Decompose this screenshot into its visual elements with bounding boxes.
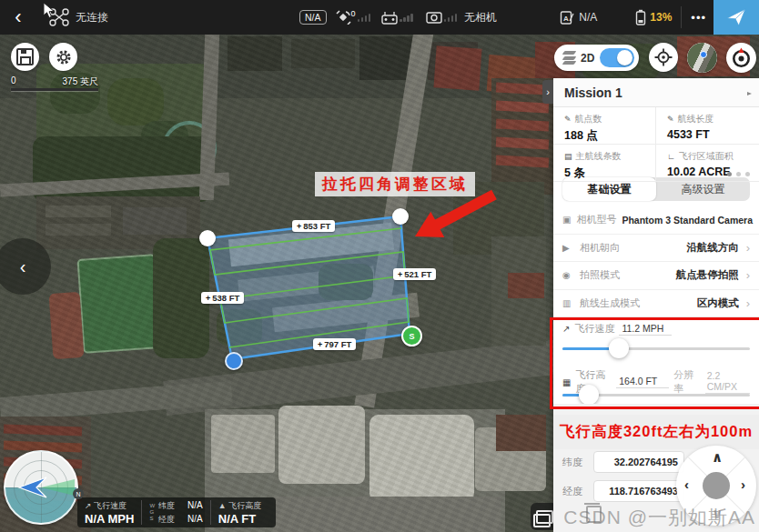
scale-end: 375 英尺	[63, 75, 98, 88]
speed-slider-thumb[interactable]	[609, 338, 629, 358]
paper-plane-icon	[726, 8, 746, 26]
chevron-right-icon: ›	[746, 241, 750, 255]
map-layer-preview-button[interactable]	[687, 43, 717, 73]
resolution-value: 2.2 CM/PX	[705, 370, 750, 394]
battery-icon	[635, 9, 646, 25]
watermark: CSDN @一别如斯AA	[563, 505, 755, 530]
camera-icon	[426, 11, 442, 24]
drag-handle-icon: +	[297, 222, 301, 231]
back-button[interactable]: ‹	[0, 0, 36, 35]
map-mode-toggle[interactable]: 2D	[554, 45, 639, 71]
drag-handle-icon: +	[398, 270, 402, 279]
mission-stats: ✎航点数 188 点 ✎航线长度 4533 FT ▤主航线条数 5 条 ∟飞行区…	[553, 107, 759, 170]
altitude-value-field[interactable]: 164.0 FT	[616, 376, 669, 388]
save-icon	[16, 48, 34, 65]
waypoints-icon: ✎	[564, 115, 572, 124]
locate-icon	[654, 48, 673, 66]
stat-waypoint-count: ✎航点数 188 点	[553, 107, 656, 145]
altitude-icon: ▦	[562, 377, 571, 387]
speed-slider[interactable]	[562, 347, 750, 350]
aircraft-heading-arrow	[17, 476, 48, 499]
telemetry-altitude: ▲ 飞行高度 N/A FT	[211, 497, 268, 527]
flight-mode-icon: A	[560, 10, 574, 25]
edge-length-label[interactable]: +538 FT	[201, 292, 244, 304]
setting-photo-mode[interactable]: ◉ 拍照模式 航点悬停拍照 ›	[553, 262, 759, 290]
stat-main-lines: ▤主航线条数 5 条	[553, 145, 656, 182]
tutorial-annotation: 拉托四角调整区域	[315, 172, 475, 196]
polygon-corner-handle-selected[interactable]	[225, 352, 243, 370]
edge-length-label[interactable]: +853 FT	[292, 220, 335, 232]
altitude-icon: ▲	[218, 501, 227, 510]
route-mode-icon: ▥	[562, 298, 574, 308]
compass-icon	[731, 47, 752, 68]
save-mission-button[interactable]	[11, 43, 39, 71]
speed-icon: ↗	[562, 324, 570, 334]
longitude-input[interactable]: 118.716763493	[593, 480, 684, 502]
lines-icon: ▤	[564, 152, 572, 161]
mouse-cursor	[43, 2, 56, 20]
attitude-compass: N	[4, 450, 78, 525]
layers-icon	[563, 51, 575, 65]
chevron-left-icon: ‹	[20, 256, 26, 277]
flight-speed-slider-row: ↗ 飞行速度 11.2 MPH	[553, 317, 759, 364]
satellite-signal-bars	[358, 14, 371, 22]
svg-text:A: A	[563, 15, 569, 23]
mission-title: Mission 1	[564, 85, 622, 100]
telemetry-bar: ↗ 飞行速度 N/A MPH WGS 纬度N/A 经度N/A ▲ 飞行高度 N/…	[77, 497, 276, 527]
start-marker-label: S	[409, 332, 414, 341]
telemetry-speed: ↗ 飞行速度 N/A MPH	[77, 497, 141, 527]
photo-mode-icon: ◉	[562, 270, 574, 280]
polygon-corner-handle[interactable]	[199, 230, 216, 246]
chevron-right-icon: ›	[746, 296, 750, 310]
panel-collapse-tab[interactable]: ›	[542, 80, 553, 104]
altitude-slider-thumb[interactable]	[579, 385, 599, 405]
camera-signal-bars	[444, 14, 458, 22]
satellite-count: 0	[351, 9, 356, 18]
heading-icon: ▶	[562, 243, 574, 253]
map-mode-label: 2D	[581, 52, 594, 65]
map-settings-button[interactable]	[49, 43, 77, 71]
route-length-icon: ✎	[667, 115, 674, 124]
compass-reset-button[interactable]	[726, 43, 756, 73]
setting-camera-model[interactable]: ▣ 相机型号 Phantom 3 Standard Camera ›	[553, 206, 759, 235]
stat-area: ∟飞行区域面积 10.02 ACRE	[656, 145, 759, 182]
dpad-right-icon[interactable]: ›	[741, 477, 745, 492]
connection-status: 无连接	[76, 10, 108, 25]
setting-route-mode[interactable]: ▥ 航线生成模式 区内模式 ›	[553, 290, 759, 318]
locate-me-button[interactable]	[649, 43, 678, 72]
remote-controller-icon	[381, 11, 398, 25]
drag-handle-icon: +	[318, 340, 322, 349]
north-badge: N	[73, 488, 84, 499]
setting-camera-heading[interactable]: ▶ 相机朝向 沿航线方向 ›	[553, 235, 759, 263]
stat-route-length: ✎航线长度 4533 FT	[656, 107, 759, 145]
signal-na-badge: N/A	[299, 10, 327, 25]
chevron-right-icon: ›	[746, 268, 750, 282]
edge-length-label[interactable]: +521 FT	[393, 268, 436, 280]
gear-icon	[56, 49, 72, 65]
satellite-icon	[336, 10, 351, 25]
flight-mode-value: N/A	[579, 11, 597, 24]
camera-icon: ▣	[562, 215, 571, 225]
camera-status: 无相机	[464, 10, 497, 25]
more-menu-button[interactable]: •••	[691, 11, 706, 25]
altitude-slider[interactable]	[562, 394, 750, 396]
rc-signal-bars	[400, 14, 413, 22]
battery-percent: 13%	[650, 11, 672, 24]
2d-toggle-switch[interactable]	[600, 48, 634, 67]
route-start-marker[interactable]: S	[401, 326, 422, 346]
drag-handle-icon: +	[206, 294, 210, 303]
dpad-left-icon[interactable]: ‹	[684, 477, 689, 492]
dpad-center[interactable]	[703, 472, 730, 499]
scale-start: 0	[11, 75, 16, 88]
speed-icon: ↗	[85, 501, 92, 510]
map-scale: 0 375 英尺	[11, 75, 98, 91]
speed-value-field[interactable]: 11.2 MPH	[619, 323, 672, 336]
start-flight-button[interactable]	[713, 0, 759, 35]
wgs-label: WGS	[149, 503, 155, 522]
polygon-corner-handle[interactable]	[392, 208, 409, 225]
telemetry-coordinates: WGS 纬度N/A 经度N/A	[142, 497, 209, 527]
dpad-up-icon[interactable]: ∧	[712, 449, 723, 466]
edge-length-label[interactable]: +797 FT	[313, 338, 356, 350]
stats-page-dots[interactable]	[727, 172, 750, 176]
latitude-input[interactable]: 32.202764195	[593, 451, 684, 473]
